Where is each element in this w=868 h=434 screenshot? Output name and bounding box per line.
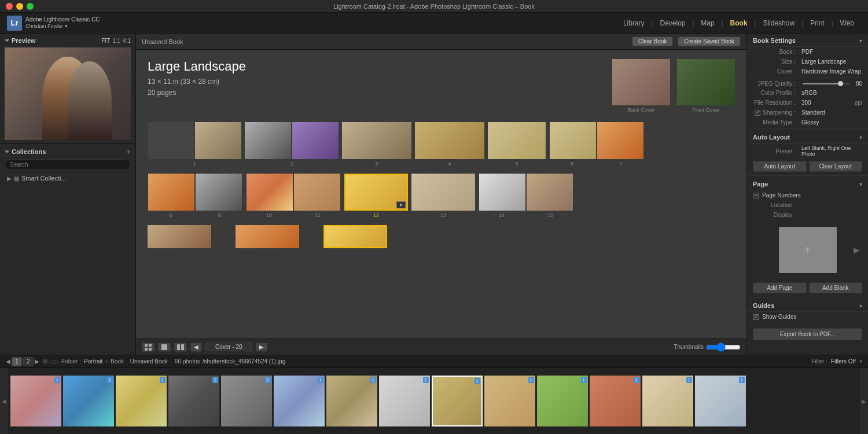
page-cell-5[interactable]: 5 [488, 122, 546, 167]
page-preview-area: + ▶ [747, 220, 868, 280]
page-cell-14-15[interactable]: 14 15 [479, 174, 573, 218]
front-cover-thumb[interactable] [677, 59, 735, 105]
minimize-button[interactable] [16, 3, 23, 10]
filmstrip-item-12[interactable]: 1 [590, 376, 641, 426]
clear-book-button[interactable]: Clear Book [632, 36, 673, 46]
next-filmstrip-page[interactable]: ▶ [35, 358, 39, 365]
clear-layout-button[interactable]: Clear Layout [809, 161, 863, 172]
add-content-icon[interactable]: + [804, 244, 811, 257]
prev-filmstrip-page[interactable]: ◀ [6, 358, 10, 365]
nav-print[interactable]: Print [803, 17, 832, 30]
spread-1 [148, 122, 241, 159]
guides-header[interactable]: Guides ▾ [747, 299, 868, 312]
page-cell-1[interactable]: 1 [148, 122, 241, 167]
page-nav-1[interactable]: 1 [12, 357, 22, 366]
filmstrip-item-1[interactable]: 1 [10, 376, 61, 426]
nav-slideshow[interactable]: Slideshow [756, 17, 801, 30]
next-page-button[interactable]: ▶ [256, 343, 267, 352]
preview-4-1[interactable]: 4:1 [123, 38, 131, 44]
cover-value: Hardcover Image Wrap [801, 68, 862, 75]
top-navigation: Lr Adobe Lightroom Classic CC Christian … [0, 13, 868, 34]
nav-develop[interactable]: Develop [653, 17, 692, 30]
page-cell-3[interactable]: 3 [342, 122, 411, 167]
size-label: Size : [753, 58, 799, 65]
collections-header[interactable]: Collections + [5, 148, 131, 156]
export-book-button[interactable]: Export Book to PDF... [753, 328, 862, 340]
filmstrip-item-5[interactable]: 1 [221, 376, 272, 426]
thumbnail-size-slider[interactable] [706, 343, 741, 352]
preview-header[interactable]: Preview FIT 1:1 4:1 [5, 37, 131, 44]
auto-layout-button[interactable]: Auto Layout [753, 161, 807, 172]
show-guides-checkbox[interactable] [753, 314, 759, 320]
book-value[interactable]: Unsaved Book [130, 358, 168, 365]
page-cell-17[interactable] [236, 225, 299, 248]
page-cell-4[interactable]: 4 [415, 122, 484, 167]
folder-value[interactable]: Portrait [84, 358, 102, 365]
page-cell-12[interactable]: ▶ 12 [344, 174, 408, 218]
filmstrip-item-6[interactable]: 1 [274, 376, 325, 426]
grid-view-button[interactable] [142, 343, 155, 352]
nav-web[interactable]: Web [833, 17, 861, 30]
nav-book[interactable]: Book [723, 17, 755, 30]
filmstrip-item-4[interactable]: 1 [168, 376, 219, 426]
spread-view-button[interactable] [174, 343, 187, 352]
preview-1-1[interactable]: 1:1 [112, 38, 120, 44]
add-page-button[interactable]: Add Page [753, 282, 807, 293]
jpeg-quality-slider[interactable] [803, 83, 850, 84]
filmstrip-item-3[interactable]: 1 [116, 376, 167, 426]
filmstrip-item-14[interactable]: 1 [695, 376, 746, 426]
page-num-2: 2 [245, 161, 339, 167]
page-cell-10-11[interactable]: 10 11 [246, 174, 341, 218]
back-cover-thumb[interactable] [612, 59, 670, 105]
filmstrip-item-8[interactable]: 1 [379, 376, 430, 426]
filmstrip-nav-prev[interactable]: ◁ [49, 358, 53, 365]
photos-count: 66 photos [175, 358, 200, 365]
collections-section: Collections + ▶ ▦ Smart Collecti... [0, 144, 135, 355]
page-cell-18[interactable] [323, 225, 387, 248]
file-path[interactable]: /shutterstock_466674524 (1).jpg [203, 358, 285, 365]
filter-value[interactable]: Filters Off [831, 358, 856, 365]
close-button[interactable] [6, 3, 13, 10]
page-preview-arrow-icon[interactable]: ▶ [854, 245, 860, 255]
list-item[interactable]: ▶ ▦ Smart Collecti... [5, 174, 131, 183]
single-view-button[interactable] [158, 343, 171, 352]
nav-library[interactable]: Library [616, 17, 652, 30]
page-header[interactable]: Page ▾ [747, 177, 868, 190]
page-numbers-checkbox[interactable] [753, 193, 759, 198]
create-saved-book-button[interactable]: Create Saved Book [678, 36, 741, 46]
filmstrip-item-11[interactable]: 1 [537, 376, 588, 426]
sharpening-checkbox[interactable] [755, 110, 760, 116]
window-title: Lightroom Catalog-2.lrcat - Adobe Photos… [333, 3, 535, 10]
filter-dropdown-icon[interactable]: ▾ [859, 358, 862, 365]
preview-fit[interactable]: FIT [101, 38, 110, 44]
page-cell-16[interactable] [148, 225, 211, 248]
page-cell-8-9[interactable]: 8 9 [148, 174, 242, 218]
media-type-label: Media Type : [753, 119, 799, 126]
filmstrip-sort-icon[interactable]: ⊞ [43, 358, 47, 365]
filmstrip-item-2[interactable]: 1 [63, 376, 114, 426]
prev-page-button[interactable]: ◀ [190, 343, 202, 352]
add-blank-button[interactable]: Add Blank [809, 282, 863, 293]
page-cell-13[interactable]: 13 [411, 174, 475, 218]
filmstrip-item-9[interactable]: 1 [432, 376, 483, 426]
page-cell-2[interactable]: 2 [245, 122, 339, 167]
filmstrip-nav-next[interactable]: ▷ [54, 358, 59, 365]
filmstrip-item-10[interactable]: 1 [484, 376, 535, 426]
page-11-photo [294, 174, 340, 211]
nav-map[interactable]: Map [694, 17, 721, 30]
auto-layout-header[interactable]: Auto Layout ▾ [747, 130, 868, 144]
page-nav-2[interactable]: 2 [23, 357, 34, 366]
fullscreen-button[interactable] [27, 3, 34, 10]
filmstrip-item-13[interactable]: 1 [642, 376, 693, 426]
collections-search-input[interactable] [5, 159, 131, 170]
media-type-row: Media Type : Glossy [747, 117, 868, 127]
filmstrip-toggle-right[interactable]: ▶ [860, 368, 868, 434]
auto-layout-buttons: Auto Layout Clear Layout [747, 159, 868, 174]
cover-row: Back Cover Front Cover [612, 59, 735, 113]
add-collection-button[interactable]: + [126, 148, 131, 156]
app-user[interactable]: Christian Fowler ▾ [25, 23, 100, 30]
filmstrip-item-7[interactable]: 1 [326, 376, 377, 426]
filmstrip-toggle-left[interactable]: ◀ [0, 368, 8, 434]
page-cell-6-7[interactable]: 6 7 [549, 122, 644, 167]
book-settings-header[interactable]: Book Settings ▾ [747, 34, 868, 47]
